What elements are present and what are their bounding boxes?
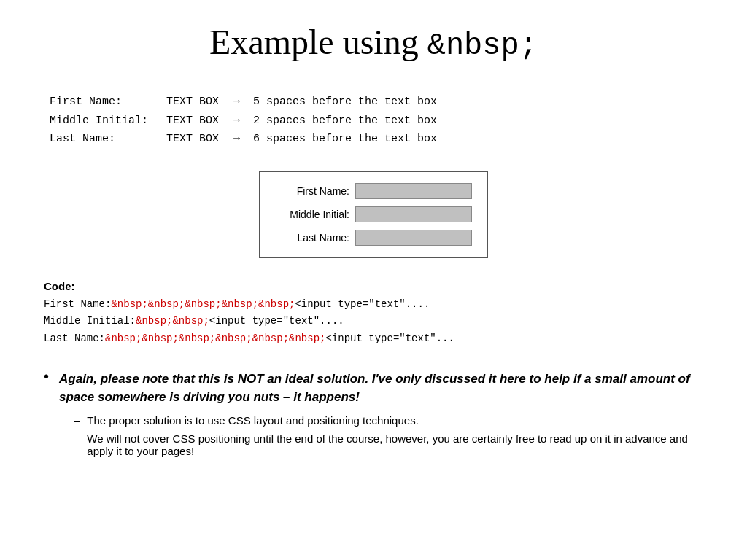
example-desc-2: 6 spaces before the text box [247, 130, 443, 149]
form-input-lastname[interactable] [355, 230, 472, 246]
form-input-firstname[interactable] [355, 183, 472, 199]
bullet-content: Again, please note that this is NOT an i… [59, 370, 703, 463]
form-label-lastname: Last Name: [275, 232, 355, 244]
example-arrow-2: → [226, 130, 247, 149]
code-label: Code: [44, 280, 703, 292]
sub-dash-1: – [74, 414, 80, 427]
example-label-0: First Name: [44, 93, 160, 112]
example-row-2: Last Name: TEXT BOX → 6 spaces before th… [44, 130, 443, 149]
demo-form-container: First Name: Middle Initial: Last Name: [44, 171, 703, 258]
example-table: First Name: TEXT BOX → 5 spaces before t… [44, 93, 703, 149]
title-code: &nbsp; [427, 28, 538, 63]
page-title: Example using &nbsp; [44, 22, 703, 63]
bullet-section: • Again, please note that this is NOT an… [44, 370, 703, 463]
form-row-middleinitial: Middle Initial: [275, 206, 472, 222]
sub-bullet-text-1: The proper solution is to use CSS layout… [87, 414, 418, 427]
code-prefix-2: Middle Initial: [44, 315, 136, 327]
code-suffix-2: <input type="text".... [209, 315, 344, 327]
form-row-firstname: First Name: [275, 183, 472, 199]
demo-form: First Name: Middle Initial: Last Name: [259, 171, 488, 258]
example-desc-0: 5 spaces before the text box [247, 93, 443, 112]
code-nbsp-2: &nbsp;&nbsp; [136, 315, 209, 327]
form-input-middleinitial[interactable] [355, 206, 472, 222]
bullet-dot: • [44, 368, 49, 385]
example-field-1: TEXT BOX [160, 112, 226, 131]
code-line-2: Middle Initial:&nbsp;&nbsp;<input type="… [44, 313, 703, 330]
code-line-1: First Name:&nbsp;&nbsp;&nbsp;&nbsp;&nbsp… [44, 296, 703, 314]
example-arrow-1: → [226, 112, 247, 131]
form-row-lastname: Last Name: [275, 230, 472, 246]
sub-bullet-text-2: We will not cover CSS positioning until … [87, 432, 703, 457]
code-nbsp-1: &nbsp;&nbsp;&nbsp;&nbsp;&nbsp; [111, 298, 295, 310]
code-block: First Name:&nbsp;&nbsp;&nbsp;&nbsp;&nbsp… [44, 296, 703, 348]
code-nbsp-3: &nbsp;&nbsp;&nbsp;&nbsp;&nbsp;&nbsp; [105, 332, 325, 344]
code-suffix-1: <input type="text".... [295, 298, 430, 310]
code-line-3: Last Name:&nbsp;&nbsp;&nbsp;&nbsp;&nbsp;… [44, 330, 703, 348]
code-prefix-1: First Name: [44, 298, 111, 310]
example-label-1: Middle Initial: [44, 112, 160, 131]
code-suffix-3: <input type="text"... [325, 332, 454, 344]
bullet-item-main: • Again, please note that this is NOT an… [44, 370, 703, 463]
sub-bullets: – The proper solution is to use CSS layo… [74, 414, 703, 457]
example-label-2: Last Name: [44, 130, 160, 149]
example-row-1: Middle Initial: TEXT BOX → 2 spaces befo… [44, 112, 443, 131]
code-prefix-3: Last Name: [44, 332, 105, 344]
example-desc-1: 2 spaces before the text box [247, 112, 443, 131]
sub-bullet-2: – We will not cover CSS positioning unti… [74, 432, 703, 457]
code-section: Code: First Name:&nbsp;&nbsp;&nbsp;&nbsp… [44, 280, 703, 348]
example-row-0: First Name: TEXT BOX → 5 spaces before t… [44, 93, 443, 112]
example-field-0: TEXT BOX [160, 93, 226, 112]
example-arrow-0: → [226, 93, 247, 112]
example-field-2: TEXT BOX [160, 130, 226, 149]
sub-bullet-1: – The proper solution is to use CSS layo… [74, 414, 703, 427]
bullet-main-text: Again, please note that this is NOT an i… [59, 370, 703, 407]
sub-dash-2: – [74, 432, 80, 445]
form-label-middleinitial: Middle Initial: [275, 209, 355, 220]
title-text: Example using [209, 23, 427, 61]
form-label-firstname: First Name: [275, 185, 355, 197]
